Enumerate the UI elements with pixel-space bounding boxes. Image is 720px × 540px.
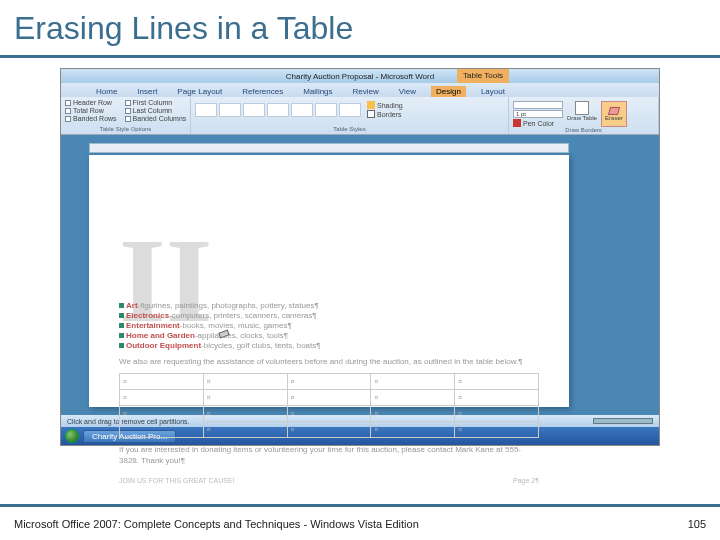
checkbox-icon: [65, 100, 71, 106]
pen-style-dropdown[interactable]: [513, 101, 563, 109]
group-label-options: Table Style Options: [65, 126, 186, 132]
ribbon-tab-strip: Home Insert Page Layout References Maili…: [61, 83, 659, 97]
start-button[interactable]: [65, 429, 79, 443]
pen-color-icon: [513, 119, 521, 127]
body-paragraph-2: If you are interested in donating items …: [119, 444, 539, 466]
paint-bucket-icon: [367, 101, 375, 109]
word-table[interactable]: ¤¤¤¤¤ ¤¤¤¤¤ ¤¤¤¤¤ ¤¤¤¤: [119, 373, 539, 438]
word-screenshot: Charity Auction Proposal - Microsoft Wor…: [60, 68, 660, 446]
tab-design[interactable]: Design: [431, 86, 466, 97]
pen-color-button[interactable]: Pen Color: [513, 119, 563, 127]
shading-button[interactable]: Shading: [367, 101, 403, 109]
draw-table-icon: [575, 101, 589, 115]
list-item: Home and Garden-appliances, clocks, tool…: [119, 331, 539, 340]
eraser-button[interactable]: Eraser: [601, 101, 627, 127]
tab-insert[interactable]: Insert: [132, 86, 162, 97]
style-swatch[interactable]: [219, 103, 241, 117]
style-swatch[interactable]: [267, 103, 289, 117]
zoom-controls[interactable]: [593, 418, 653, 424]
bullet-icon: [119, 333, 124, 338]
group-draw-borders: 1 pt Pen Color Draw Table Eraser Draw Bo…: [509, 97, 659, 134]
eraser-icon: [608, 107, 620, 115]
opt-last-column[interactable]: Last Column: [125, 107, 187, 114]
group-table-styles: Shading Borders Table Styles: [191, 97, 509, 134]
body-paragraph-1: We also are requesting the assistance of…: [119, 356, 539, 367]
checkbox-icon: [125, 108, 131, 114]
tab-review[interactable]: Review: [348, 86, 384, 97]
table-row: ¤¤¤¤¤: [120, 406, 539, 422]
table-style-gallery[interactable]: [195, 103, 361, 117]
borders-icon: [367, 110, 375, 118]
opt-total-row[interactable]: Total Row: [65, 107, 117, 114]
table-row: ¤¤¤¤¤: [120, 374, 539, 390]
style-swatch[interactable]: [339, 103, 361, 117]
bullet-icon: [119, 343, 124, 348]
list-item: Outdoor Equipment-bicycles, golf clubs, …: [119, 341, 539, 350]
checkbox-icon: [65, 116, 71, 122]
checkbox-icon: [125, 100, 131, 106]
window-titlebar: Charity Auction Proposal - Microsoft Wor…: [61, 69, 659, 83]
list-item: Art-figurines, paintings, photographs, p…: [119, 301, 539, 310]
opt-banded-columns[interactable]: Banded Columns: [125, 115, 187, 122]
ribbon: Header Row Total Row Banded Rows First C…: [61, 97, 659, 135]
page-number-field: Page 2¶: [513, 477, 539, 484]
tab-page-layout[interactable]: Page Layout: [172, 86, 227, 97]
bullet-list: Art-figurines, paintings, photographs, p…: [119, 301, 539, 350]
table-row: ¤¤¤¤¤: [120, 390, 539, 406]
tab-view[interactable]: View: [394, 86, 421, 97]
style-swatch[interactable]: [291, 103, 313, 117]
checkbox-icon: [65, 108, 71, 114]
slide-page-number: 105: [688, 518, 706, 530]
group-label-draw: Draw Borders: [513, 127, 654, 133]
contextual-tab-label: Table Tools: [457, 69, 509, 83]
tab-layout[interactable]: Layout: [476, 86, 510, 97]
style-swatch[interactable]: [195, 103, 217, 117]
group-table-style-options: Header Row Total Row Banded Rows First C…: [61, 97, 191, 134]
page-footer-text: JOIN US FOR THIS GREAT CAUSE!: [119, 477, 235, 484]
footer-text: Microsoft Office 2007: Complete Concepts…: [14, 518, 419, 530]
table-row: ¤¤¤¤: [120, 422, 539, 438]
bullet-icon: [119, 313, 124, 318]
group-label-styles: Table Styles: [195, 126, 504, 132]
draw-table-button[interactable]: Draw Table: [567, 101, 597, 121]
opt-banded-rows[interactable]: Banded Rows: [65, 115, 117, 122]
style-swatch[interactable]: [315, 103, 337, 117]
bullet-icon: [119, 323, 124, 328]
checkbox-icon: [125, 116, 131, 122]
slide-footer: Microsoft Office 2007: Complete Concepts…: [0, 504, 720, 540]
list-item: Electronics-computers, printers, scanner…: [119, 311, 539, 320]
slide-title: Erasing Lines in a Table: [0, 0, 720, 55]
tab-references[interactable]: References: [237, 86, 288, 97]
style-swatch[interactable]: [243, 103, 265, 117]
document-page: II Art-figurines, paintings, photographs…: [89, 155, 569, 407]
tab-home[interactable]: Home: [91, 86, 122, 97]
window-doc-title: Charity Auction Proposal - Microsoft Wor…: [286, 72, 434, 81]
document-viewport: II Art-figurines, paintings, photographs…: [61, 135, 659, 415]
pen-weight-dropdown[interactable]: 1 pt: [513, 110, 563, 118]
horizontal-ruler[interactable]: [89, 143, 569, 153]
opt-first-column[interactable]: First Column: [125, 99, 187, 106]
opt-header-row[interactable]: Header Row: [65, 99, 117, 106]
title-underline: [0, 55, 720, 58]
borders-button[interactable]: Borders: [367, 110, 403, 118]
list-item: Entertainment-books, movies, music, game…: [119, 321, 539, 330]
tab-mailings[interactable]: Mailings: [298, 86, 337, 97]
bullet-icon: [119, 303, 124, 308]
